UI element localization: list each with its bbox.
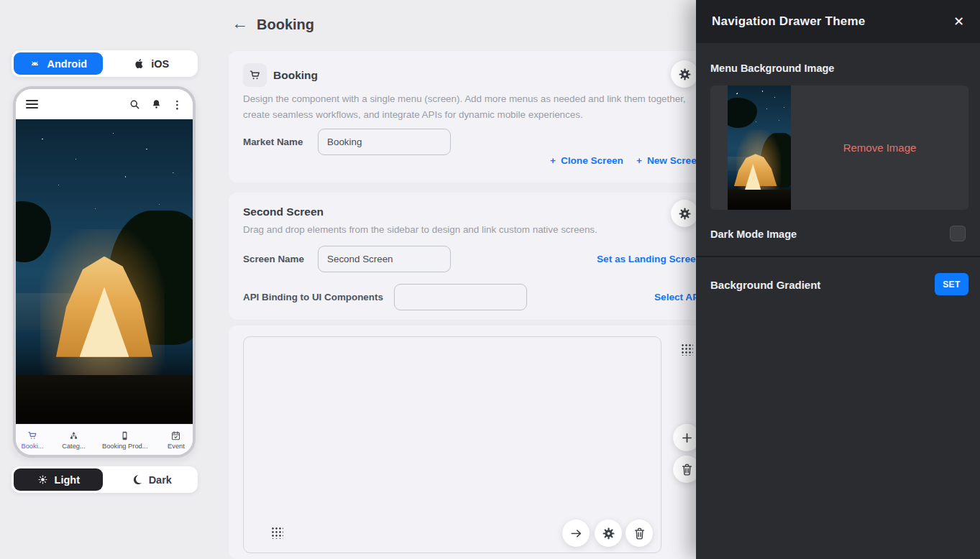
panel-divider [696, 256, 980, 257]
phone-tab-categories[interactable]: Categ... [60, 430, 86, 450]
sitemap-icon [68, 430, 79, 441]
bell-icon[interactable] [150, 98, 162, 111]
light-mode-label: Light [55, 474, 80, 486]
phone-tab-label: Booking Prod... [102, 443, 148, 450]
phone-tab-label: Categ... [62, 443, 86, 450]
panel-header: Navigation Drawer Theme ✕ [696, 0, 980, 43]
plus-icon: + [636, 155, 642, 166]
page-title: Booking [257, 17, 314, 33]
ios-tab-label: iOS [151, 58, 169, 70]
menu-background-image-card: Remove Image [710, 86, 968, 210]
android-tab-label: Android [47, 58, 87, 70]
drag-handle-icon[interactable] [271, 527, 283, 539]
second-screen-card: Second Screen Drag and drop elements fro… [229, 193, 718, 320]
cart-icon [27, 430, 38, 441]
screen-name-input[interactable] [318, 246, 451, 272]
moon-icon [131, 473, 143, 486]
screen-canvas-card [229, 325, 718, 559]
menu-background-thumbnail [728, 86, 791, 210]
background-gradient-label: Background Gradient [710, 279, 820, 291]
hamburger-menu-icon[interactable] [26, 100, 38, 108]
menu-background-image-label: Menu Background Image [710, 63, 834, 74]
arrow-right-icon [569, 527, 583, 540]
second-screen-description: Drag and drop elements from the sidebar … [243, 222, 696, 238]
platform-toggle: Android iOS [12, 50, 198, 77]
booking-component-card: Booking Design the component with a sing… [229, 51, 718, 183]
api-binding-label: API Binding to UI Components [243, 284, 383, 310]
kebab-menu-icon[interactable]: ⋮ [172, 99, 183, 110]
api-binding-input[interactable] [394, 284, 527, 310]
phone-preview: ⋮ Booki... Categ... Bo [13, 86, 196, 458]
sun-icon [37, 473, 49, 486]
set-as-landing-link[interactable]: Set as Landing Screen [597, 246, 702, 272]
phone-tab-event[interactable]: Event [163, 430, 189, 450]
gear-icon [602, 527, 615, 540]
plus-icon: + [550, 155, 556, 166]
navigate-button[interactable] [562, 519, 590, 547]
android-tab[interactable]: Android [14, 52, 103, 75]
app-builder-screen: Android iOS ⋮ [0, 0, 980, 559]
new-screen-link[interactable]: +New Screen [636, 155, 702, 166]
ios-tab[interactable]: iOS [107, 52, 196, 75]
gear-icon [678, 68, 692, 81]
phone-tab-booking-products[interactable]: Booking Prod... [102, 430, 148, 450]
panel-title: Navigation Drawer Theme [712, 14, 865, 29]
android-icon [29, 57, 41, 70]
menu-background-image [16, 119, 193, 424]
calendar-check-icon [170, 430, 181, 441]
plus-icon [680, 431, 694, 445]
trash-icon [680, 463, 694, 476]
booking-card-description: Design the component with a single menu … [243, 91, 696, 123]
theme-toggle: Light Dark [12, 466, 198, 493]
phone-tab-label: Booki... [21, 443, 43, 450]
market-name-label: Market Name [243, 129, 303, 155]
phone-tabbar: Booki... Categ... Booking Prod... Event [16, 424, 193, 455]
trash-icon [633, 527, 646, 540]
cart-icon [243, 63, 267, 87]
dark-mode-tab-label: Dark [149, 474, 172, 486]
back-arrow-icon[interactable]: ← [232, 15, 248, 32]
select-api-link[interactable]: Select API [654, 284, 702, 310]
screen-canvas[interactable] [243, 336, 661, 553]
search-icon[interactable] [129, 98, 141, 111]
dark-mode-image-label: Dark Mode Image [710, 228, 797, 240]
booking-card-settings-button[interactable] [671, 60, 698, 88]
apple-icon [133, 57, 145, 70]
market-name-input[interactable] [318, 129, 451, 155]
remove-image-link[interactable]: Remove Image [843, 142, 917, 154]
smartphone-icon [119, 430, 130, 441]
booking-card-title: Booking [273, 69, 318, 82]
set-gradient-button[interactable]: SET [935, 273, 968, 295]
second-screen-settings-button[interactable] [671, 200, 698, 227]
screen-drag-handle-icon[interactable] [681, 343, 693, 356]
dark-mode-tab[interactable]: Dark [107, 468, 196, 491]
close-icon[interactable]: ✕ [953, 15, 964, 28]
canvas-settings-button[interactable] [595, 519, 622, 547]
clone-screen-link[interactable]: +Clone Screen [550, 155, 623, 166]
phone-tab-booking[interactable]: Booki... [19, 430, 45, 450]
light-mode-tab[interactable]: Light [14, 468, 103, 491]
dark-mode-image-checkbox[interactable] [950, 226, 966, 241]
phone-topbar: ⋮ [16, 89, 193, 119]
screen-name-label: Screen Name [243, 246, 304, 272]
second-screen-title: Second Screen [243, 205, 324, 218]
gear-icon [678, 207, 692, 221]
phone-tab-label: Event [168, 443, 185, 450]
canvas-delete-button[interactable] [626, 519, 653, 547]
navigation-drawer-theme-panel: Navigation Drawer Theme ✕ Menu Backgroun… [696, 0, 980, 559]
